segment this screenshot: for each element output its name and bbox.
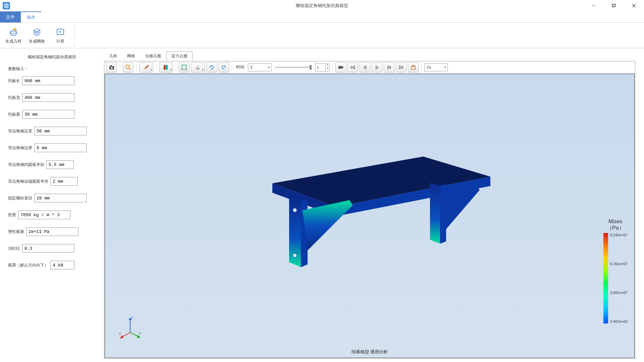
svg-point-13 — [126, 65, 129, 68]
param-input-1[interactable] — [22, 93, 74, 102]
time-slider[interactable] — [275, 67, 312, 68]
param-row: 固定螺栓直径 — [8, 194, 96, 202]
gen-mesh-button[interactable]: 生成网格 — [26, 24, 48, 47]
param-row: 托板宽 — [8, 93, 96, 102]
camera-button[interactable] — [106, 62, 117, 72]
speed-combo[interactable]: 1x — [424, 63, 448, 71]
tab-stress[interactable]: 应力云图 — [166, 51, 193, 61]
param-label: 托板长 — [8, 78, 20, 84]
param-row: 等边角钢边厚 — [8, 143, 96, 152]
3d-viewport[interactable]: z x y Mises （Pa） 9.242e+076.161e+073.081… — [105, 74, 635, 358]
last-frame-button[interactable] — [396, 62, 407, 72]
param-input-4[interactable] — [34, 143, 87, 152]
svg-point-11 — [111, 67, 113, 69]
sphere-icon — [8, 26, 19, 37]
result-model-label: 结果模型:通用分析 — [352, 349, 388, 355]
next-frame-button[interactable] — [384, 62, 394, 72]
param-input-6[interactable] — [50, 177, 78, 186]
svg-rect-12 — [110, 65, 112, 66]
rotate-ccw-button[interactable] — [206, 62, 217, 72]
svg-rect-22 — [338, 66, 342, 69]
param-input-8[interactable] — [18, 210, 70, 219]
param-label: 密度 — [8, 212, 16, 218]
svg-line-20 — [196, 68, 198, 69]
param-input-9[interactable] — [26, 227, 78, 236]
rotate-cw-button[interactable] — [218, 62, 229, 72]
param-row: 弹性模量 — [8, 227, 96, 236]
svg-line-21 — [198, 68, 200, 69]
svg-rect-3 — [613, 4, 615, 6]
param-label: 泊松比 — [8, 246, 20, 251]
time-combo[interactable]: 1 — [248, 63, 271, 71]
view-tabs: 几何 网格 位移云图 应力云图 — [104, 52, 635, 61]
gen-geometry-button[interactable]: 生成几何 — [3, 24, 24, 47]
param-row: 密度 — [8, 210, 96, 219]
svg-marker-29 — [303, 200, 353, 250]
param-label: 托板宽 — [8, 95, 20, 101]
svg-marker-30 — [430, 183, 440, 244]
tab-displacement[interactable]: 位移云图 — [140, 51, 166, 61]
export-anim-button[interactable] — [408, 62, 419, 72]
close-button[interactable] — [624, 0, 644, 11]
param-input-10[interactable] — [22, 244, 74, 253]
tab-mesh[interactable]: 网格 — [122, 51, 140, 61]
compute-button[interactable]: 计算 — [50, 24, 71, 47]
record-button[interactable] — [335, 62, 346, 72]
param-label: 等边角钢边宽 — [8, 128, 32, 134]
maximize-button[interactable] — [604, 0, 624, 11]
svg-rect-16 — [165, 65, 166, 70]
minimize-button[interactable] — [584, 0, 604, 11]
sidebar: 螺栓固定角钢托架仿真模型 参数输入： 托板长托板宽托板高等边角钢边宽等边角钢边厚… — [0, 48, 104, 362]
svg-marker-42 — [137, 335, 141, 338]
param-label: 等边角钢边厚 — [8, 145, 32, 151]
tab-geometry[interactable]: 几何 — [104, 51, 122, 61]
time-label: 时间: — [236, 64, 245, 70]
param-row: 载荷（默认方向向下） — [8, 261, 96, 269]
zoom-extent-button[interactable] — [123, 62, 133, 72]
legend-title-line2: （Pa） — [607, 225, 624, 231]
legend-title-line1: Mises — [608, 219, 623, 224]
frame-spinner[interactable]: 1▲▼ — [315, 63, 330, 71]
svg-point-6 — [10, 30, 17, 36]
svg-rect-15 — [164, 65, 165, 70]
window-title: 螺栓固定角钢托架仿真模型 — [296, 3, 348, 9]
svg-marker-39 — [120, 335, 123, 338]
app-icon — [3, 2, 10, 9]
param-input-0[interactable] — [22, 76, 74, 85]
param-row: 等边角钢内圆弧半径 — [8, 160, 96, 169]
param-label: 固定螺栓直径 — [8, 195, 32, 201]
svg-marker-32 — [442, 186, 480, 230]
param-input-5[interactable] — [46, 160, 74, 169]
legend-tick: 3.081e+07 — [610, 291, 628, 295]
sidebar-title: 螺栓固定角钢托架仿真模型 — [8, 54, 96, 60]
param-label: 托板高 — [8, 112, 20, 117]
first-frame-button[interactable] — [347, 62, 358, 72]
menu-operate[interactable]: 操作 — [21, 11, 42, 22]
param-input-7[interactable] — [34, 194, 87, 202]
param-label: 弹性模量 — [8, 229, 24, 235]
menu-file[interactable]: 文件 — [0, 11, 21, 22]
param-input-11[interactable] — [50, 261, 74, 269]
axis-view-dropdown[interactable] — [191, 62, 205, 72]
svg-point-8 — [14, 28, 16, 31]
menubar: 文件 操作 — [0, 11, 644, 23]
param-row: 泊松比 — [8, 244, 96, 253]
prev-frame-button[interactable] — [360, 62, 370, 72]
svg-point-34 — [293, 253, 297, 257]
svg-text:x: x — [119, 331, 121, 336]
svg-text:z: z — [131, 315, 133, 319]
param-label: 等边角钢内圆弧半径 — [8, 162, 44, 168]
param-row: 托板高 — [8, 110, 96, 119]
svg-rect-17 — [166, 65, 168, 70]
play-button[interactable] — [372, 62, 382, 72]
svg-point-7 — [10, 32, 17, 34]
fit-view-button[interactable] — [179, 62, 190, 72]
param-input-2[interactable] — [22, 110, 74, 119]
scrollbar-thumb[interactable] — [639, 50, 643, 67]
brush-dropdown[interactable] — [139, 62, 153, 72]
main-panel: 几何 网格 位移云图 应力云图 时间: 1 — [104, 48, 644, 362]
param-input-3[interactable] — [34, 127, 87, 135]
param-label: 载荷（默认方向向下） — [8, 262, 48, 268]
shading-dropdown[interactable] — [159, 62, 173, 72]
ribbon: 生成几何 生成网格 计算 — [0, 23, 644, 48]
